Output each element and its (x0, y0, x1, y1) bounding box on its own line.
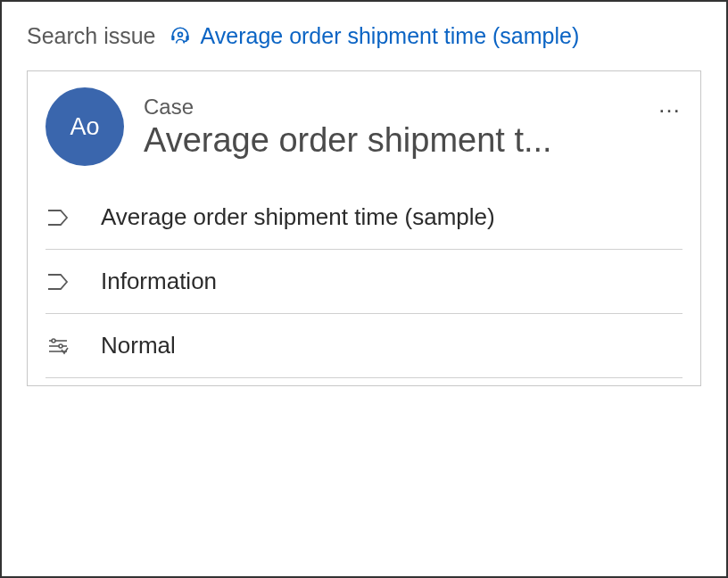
priority-slider-icon (46, 336, 70, 356)
detail-row-priority[interactable]: Normal (46, 314, 682, 378)
svg-rect-1 (186, 35, 188, 39)
card-title: Average order shipment t... (144, 121, 552, 160)
svg-rect-0 (171, 35, 174, 39)
case-card: Ao Case Average order shipment t... … Av… (27, 70, 701, 386)
detail-title-text: Average order shipment time (sample) (101, 203, 495, 231)
card-type-label: Case (144, 95, 552, 120)
svg-point-6 (59, 344, 62, 348)
chevron-tag-icon (46, 272, 70, 292)
card-header: Ao Case Average order shipment t... … (46, 87, 682, 166)
more-actions-button[interactable]: … (658, 93, 682, 116)
detail-row-title[interactable]: Average order shipment time (sample) (46, 186, 682, 250)
breadcrumb-root[interactable]: Search issue (27, 23, 156, 49)
breadcrumb-current[interactable]: Average order shipment time (sample) (169, 23, 580, 49)
breadcrumb: Search issue Average order shipment time… (27, 23, 701, 49)
detail-form-text: Information (101, 268, 217, 295)
svg-point-4 (52, 339, 55, 343)
card-header-text: Case Average order shipment t... (144, 95, 552, 160)
avatar-initials: Ao (70, 113, 99, 141)
chevron-tag-icon (46, 208, 70, 227)
svg-point-2 (178, 32, 182, 37)
breadcrumb-link-text: Average order shipment time (sample) (201, 23, 580, 49)
avatar: Ao (46, 87, 124, 166)
person-headset-icon (169, 25, 192, 48)
detail-priority-text: Normal (101, 332, 176, 359)
ellipsis-icon: … (658, 91, 682, 118)
detail-row-form[interactable]: Information (46, 250, 682, 314)
